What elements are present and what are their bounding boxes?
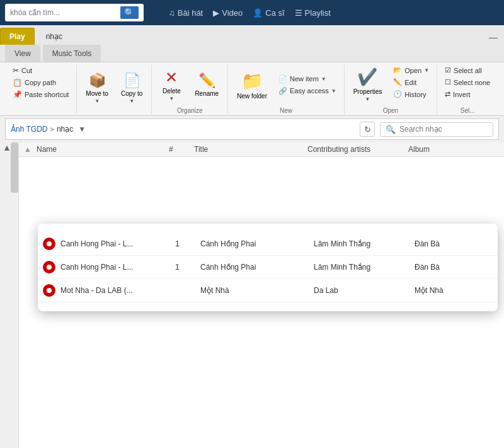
cell-artist-2: Da Lab bbox=[314, 286, 415, 295]
select-all-button[interactable]: ☑ Select all bbox=[441, 65, 494, 76]
search-input[interactable] bbox=[10, 8, 117, 17]
table-row[interactable]: Canh Hong Phai - L... 1 Cánh Hồng Phai L… bbox=[38, 233, 498, 256]
table-row[interactable]: Canh Hong Phai - L... 1 Cánh Hồng Phai L… bbox=[38, 256, 498, 279]
invert-selection-button[interactable]: ⇄ Invert bbox=[441, 89, 494, 100]
breadcrumb-dropdown-arrow[interactable]: ▼ bbox=[78, 125, 86, 134]
search-box: 🔍 bbox=[5, 4, 144, 21]
breadcrumb-root[interactable]: Ảnh TGDD bbox=[11, 125, 47, 134]
search-folder-input[interactable] bbox=[399, 125, 481, 134]
select-none-icon: ☐ bbox=[445, 78, 451, 86]
playlist-icon: ☰ bbox=[295, 8, 302, 18]
tab-view[interactable]: View bbox=[5, 45, 40, 62]
cell-name-1: Canh Hong Phai - L... bbox=[60, 263, 175, 272]
new-item-group: 📄 New item ▼ 🔗 Easy access ▼ bbox=[275, 74, 340, 96]
cell-title-1: Cánh Hồng Phai bbox=[200, 263, 314, 272]
ribbon-tabs: Play nhạc — bbox=[0, 25, 504, 45]
nav-label-playlist: Playlist bbox=[305, 8, 331, 18]
sort-indicator: ▲ bbox=[24, 145, 37, 154]
move-to-button[interactable]: 📦 Move to ▼ bbox=[81, 70, 113, 106]
folder-icon: 📁 bbox=[241, 71, 263, 91]
ribbon-subtabs: View Music Tools bbox=[0, 45, 504, 62]
column-header-contributing-artists[interactable]: Contributing artists bbox=[307, 145, 408, 154]
video-icon: ▶ bbox=[213, 8, 219, 18]
delete-button[interactable]: ✕ Delete ▼ bbox=[156, 66, 187, 104]
copy-path-icon: 📋 bbox=[13, 78, 22, 87]
nav-item-playlist[interactable]: ☰ Playlist bbox=[295, 8, 331, 18]
search-button[interactable]: 🔍 bbox=[120, 6, 139, 19]
history-button[interactable]: 🕐 History bbox=[389, 89, 433, 100]
search-folder-box: 🔍 bbox=[380, 122, 493, 137]
column-header-number[interactable]: # bbox=[169, 145, 194, 154]
file-rows-container: Canh Hong Phai - L... 1 Cánh Hồng Phai L… bbox=[38, 229, 498, 306]
cell-title-2: Một Nhà bbox=[200, 286, 314, 295]
new-folder-button[interactable]: 📁 New folder bbox=[232, 68, 272, 102]
organize-label: Organize bbox=[156, 107, 224, 114]
new-item-icon: 📄 bbox=[278, 75, 287, 83]
sidebar: ▲ bbox=[0, 142, 19, 448]
open-button[interactable]: 📂 Open ▼ bbox=[389, 65, 433, 76]
edit-icon: ✏️ bbox=[393, 78, 402, 86]
ribbon-group-delete-rename: ✕ Delete ▼ ✏️ Rename Organize bbox=[152, 65, 228, 114]
person-icon: 👤 bbox=[253, 8, 263, 18]
column-header-name[interactable]: Name bbox=[37, 145, 169, 154]
cut-button[interactable]: ✂ Cut bbox=[9, 65, 72, 76]
nav-item-video[interactable]: ▶ Video bbox=[213, 8, 243, 18]
open-arrow: ▼ bbox=[424, 67, 429, 73]
cell-name-2: Mot Nha - Da LAB (... bbox=[60, 286, 175, 295]
nav-label-bai-hat: Bài hát bbox=[178, 8, 203, 18]
minimize-ribbon-button[interactable]: — bbox=[483, 30, 504, 45]
breadcrumb-current: nhạc bbox=[57, 125, 73, 134]
easy-access-icon: 🔗 bbox=[278, 87, 287, 95]
edit-button[interactable]: ✏️ Edit bbox=[389, 77, 433, 88]
rename-button[interactable]: ✏️ Rename bbox=[190, 70, 224, 100]
refresh-button[interactable]: ↻ bbox=[360, 122, 375, 137]
move-icon: 📦 bbox=[89, 72, 106, 89]
ribbon-folder-title: nhạc bbox=[38, 28, 70, 45]
file-icon-2 bbox=[43, 284, 55, 297]
select-items: ☑ Select all ☐ Select none ⇄ Invert bbox=[441, 65, 494, 105]
tab-music-tools[interactable]: Music Tools bbox=[43, 45, 101, 62]
music-note-icon: ♫ bbox=[169, 8, 175, 18]
open-icon: 📂 bbox=[393, 66, 402, 74]
paste-icon: 📌 bbox=[13, 90, 22, 99]
nav-item-ca-si[interactable]: 👤 Ca sĩ bbox=[253, 8, 284, 18]
search-folder-icon: 🔍 bbox=[386, 125, 396, 134]
easy-access-button[interactable]: 🔗 Easy access ▼ bbox=[275, 86, 340, 96]
clipboard-items: ✂ Cut 📋 Copy path 📌 Paste shortcut bbox=[9, 65, 72, 100]
properties-icon: ✔️ bbox=[357, 67, 377, 87]
column-header-title[interactable]: Title bbox=[194, 145, 307, 154]
nav-item-bai-hat[interactable]: ♫ Bài hát bbox=[169, 8, 203, 18]
sidebar-scrollbar[interactable] bbox=[11, 142, 18, 193]
ribbon-group-select: ☑ Select all ☐ Select none ⇄ Invert Sel.… bbox=[437, 65, 498, 114]
nav-label-ca-si: Ca sĩ bbox=[265, 8, 284, 18]
nav-items: ♫ Bài hát ▶ Video 👤 Ca sĩ ☰ Playlist bbox=[169, 8, 331, 18]
column-headers: ▲ Name # Title Contributing artists Albu… bbox=[19, 142, 504, 157]
cell-title-0: Cánh Hồng Phai bbox=[200, 239, 314, 248]
open-items: 📂 Open ▼ ✏️ Edit 🕐 History bbox=[389, 65, 433, 100]
cell-number-1: 1 bbox=[175, 263, 200, 272]
new-item-button[interactable]: 📄 New item ▼ bbox=[275, 74, 340, 84]
paste-shortcut-button[interactable]: 📌 Paste shortcut bbox=[9, 89, 72, 100]
breadcrumb: Ảnh TGDD > nhạc ▼ bbox=[11, 125, 355, 134]
ribbon-group-open: ✔️ Properties ▼ 📂 Open ▼ ✏️ Edit 🕐 Histo… bbox=[345, 65, 437, 114]
copy-dropdown-arrow: ▼ bbox=[129, 98, 134, 104]
select-all-icon: ☑ bbox=[445, 66, 451, 74]
file-list-popup: Canh Hong Phai - L... 1 Cánh Hồng Phai L… bbox=[38, 224, 498, 311]
properties-button[interactable]: ✔️ Properties ▼ bbox=[348, 65, 387, 105]
open-group-label: Open bbox=[348, 107, 433, 114]
select-group-label: Sel... bbox=[441, 107, 494, 114]
new-group-label: New bbox=[232, 107, 340, 114]
copy-path-button[interactable]: 📋 Copy path bbox=[9, 77, 72, 88]
top-navigation: 🔍 ♫ Bài hát ▶ Video 👤 Ca sĩ ☰ Playlist bbox=[0, 0, 504, 25]
table-row[interactable]: Mot Nha - Da LAB (... Một Nhà Da Lab Một… bbox=[38, 279, 498, 302]
file-icon-0 bbox=[43, 238, 55, 250]
copy-to-button[interactable]: 📄 Copy to ▼ bbox=[116, 70, 147, 106]
ribbon-group-clipboard: ✂ Cut 📋 Copy path 📌 Paste shortcut bbox=[5, 65, 77, 114]
new-item-arrow: ▼ bbox=[321, 76, 326, 82]
ribbon-group-movecopy: 📦 Move to ▼ 📄 Copy to ▼ bbox=[77, 65, 152, 114]
select-none-button[interactable]: ☐ Select none bbox=[441, 77, 494, 88]
sidebar-collapse-button[interactable]: ▲ bbox=[3, 142, 11, 152]
column-header-album[interactable]: Album bbox=[408, 145, 471, 154]
tab-play[interactable]: Play bbox=[0, 28, 35, 45]
address-bar: Ảnh TGDD > nhạc ▼ ↻ 🔍 bbox=[5, 118, 499, 140]
